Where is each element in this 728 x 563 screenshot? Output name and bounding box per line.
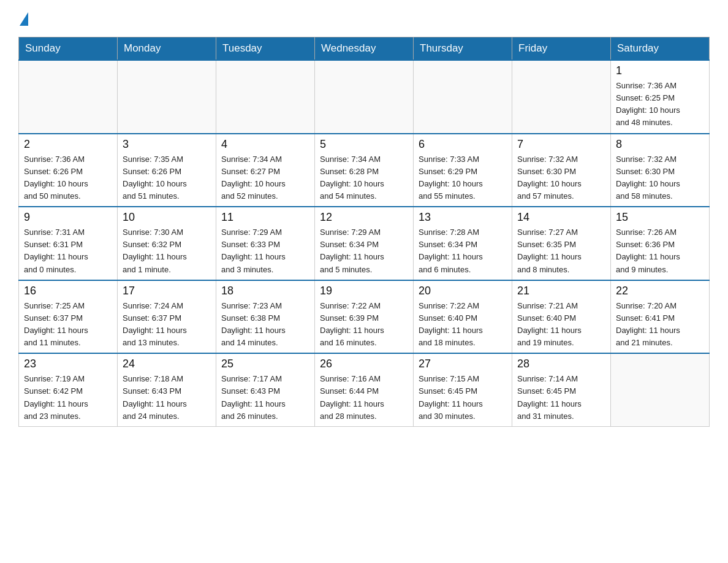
calendar-cell: 7Sunrise: 7:32 AM Sunset: 6:30 PM Daylig…	[512, 134, 611, 207]
day-info: Sunrise: 7:30 AM Sunset: 6:32 PM Dayligh…	[123, 226, 211, 276]
calendar-cell: 12Sunrise: 7:29 AM Sunset: 6:34 PM Dayli…	[315, 207, 414, 280]
day-info: Sunrise: 7:31 AM Sunset: 6:31 PM Dayligh…	[24, 226, 112, 276]
day-info: Sunrise: 7:21 AM Sunset: 6:40 PM Dayligh…	[517, 300, 605, 350]
day-number: 9	[24, 211, 112, 224]
week-row-3: 9Sunrise: 7:31 AM Sunset: 6:31 PM Daylig…	[19, 207, 710, 280]
calendar-cell: 1Sunrise: 7:36 AM Sunset: 6:25 PM Daylig…	[611, 60, 710, 134]
day-number: 12	[320, 211, 408, 224]
day-info: Sunrise: 7:34 AM Sunset: 6:28 PM Dayligh…	[320, 153, 408, 203]
calendar-cell: 5Sunrise: 7:34 AM Sunset: 6:28 PM Daylig…	[315, 134, 414, 207]
calendar-cell: 9Sunrise: 7:31 AM Sunset: 6:31 PM Daylig…	[19, 207, 118, 280]
calendar-cell: 4Sunrise: 7:34 AM Sunset: 6:27 PM Daylig…	[216, 134, 315, 207]
calendar-cell: 24Sunrise: 7:18 AM Sunset: 6:43 PM Dayli…	[118, 353, 216, 426]
weekday-header-thursday: Thursday	[414, 37, 512, 61]
weekday-header-sunday: Sunday	[19, 37, 118, 61]
day-info: Sunrise: 7:19 AM Sunset: 6:42 PM Dayligh…	[24, 373, 112, 423]
day-number: 5	[320, 138, 408, 151]
day-info: Sunrise: 7:27 AM Sunset: 6:35 PM Dayligh…	[517, 226, 605, 276]
weekday-header-wednesday: Wednesday	[315, 37, 414, 61]
week-row-4: 16Sunrise: 7:25 AM Sunset: 6:37 PM Dayli…	[19, 280, 710, 354]
calendar-cell: 22Sunrise: 7:20 AM Sunset: 6:41 PM Dayli…	[611, 280, 710, 354]
day-number: 15	[616, 211, 704, 224]
day-number: 11	[221, 211, 309, 224]
day-number: 28	[517, 358, 605, 370]
day-number: 1	[616, 64, 704, 77]
calendar-cell: 14Sunrise: 7:27 AM Sunset: 6:35 PM Dayli…	[512, 207, 611, 280]
day-info: Sunrise: 7:15 AM Sunset: 6:45 PM Dayligh…	[419, 373, 507, 423]
calendar-cell	[512, 60, 611, 134]
page-header	[18, 12, 710, 25]
weekday-header-saturday: Saturday	[611, 37, 710, 61]
day-info: Sunrise: 7:32 AM Sunset: 6:30 PM Dayligh…	[616, 153, 704, 203]
weekday-header-friday: Friday	[512, 37, 611, 61]
day-info: Sunrise: 7:17 AM Sunset: 6:43 PM Dayligh…	[221, 373, 309, 423]
calendar-cell: 27Sunrise: 7:15 AM Sunset: 6:45 PM Dayli…	[414, 353, 512, 426]
day-number: 10	[123, 211, 211, 224]
calendar-cell: 16Sunrise: 7:25 AM Sunset: 6:37 PM Dayli…	[19, 280, 118, 354]
calendar-cell: 15Sunrise: 7:26 AM Sunset: 6:36 PM Dayli…	[611, 207, 710, 280]
calendar-cell: 11Sunrise: 7:29 AM Sunset: 6:33 PM Dayli…	[216, 207, 315, 280]
calendar-cell: 10Sunrise: 7:30 AM Sunset: 6:32 PM Dayli…	[118, 207, 216, 280]
day-info: Sunrise: 7:22 AM Sunset: 6:40 PM Dayligh…	[419, 300, 507, 350]
calendar-cell: 20Sunrise: 7:22 AM Sunset: 6:40 PM Dayli…	[414, 280, 512, 354]
day-info: Sunrise: 7:28 AM Sunset: 6:34 PM Dayligh…	[419, 226, 507, 276]
day-info: Sunrise: 7:36 AM Sunset: 6:26 PM Dayligh…	[24, 153, 112, 203]
day-number: 2	[24, 138, 112, 151]
day-number: 4	[221, 138, 309, 151]
day-number: 23	[24, 358, 112, 370]
calendar-cell: 2Sunrise: 7:36 AM Sunset: 6:26 PM Daylig…	[19, 134, 118, 207]
week-row-2: 2Sunrise: 7:36 AM Sunset: 6:26 PM Daylig…	[19, 134, 710, 207]
day-number: 8	[616, 138, 704, 151]
calendar-cell: 23Sunrise: 7:19 AM Sunset: 6:42 PM Dayli…	[19, 353, 118, 426]
calendar-cell	[118, 60, 216, 134]
day-info: Sunrise: 7:34 AM Sunset: 6:27 PM Dayligh…	[221, 153, 309, 203]
calendar-cell: 8Sunrise: 7:32 AM Sunset: 6:30 PM Daylig…	[611, 134, 710, 207]
day-info: Sunrise: 7:33 AM Sunset: 6:29 PM Dayligh…	[419, 153, 507, 203]
day-info: Sunrise: 7:22 AM Sunset: 6:39 PM Dayligh…	[320, 300, 408, 350]
week-row-1: 1Sunrise: 7:36 AM Sunset: 6:25 PM Daylig…	[19, 60, 710, 134]
day-info: Sunrise: 7:24 AM Sunset: 6:37 PM Dayligh…	[123, 300, 211, 350]
day-number: 21	[517, 285, 605, 297]
week-row-5: 23Sunrise: 7:19 AM Sunset: 6:42 PM Dayli…	[19, 353, 710, 426]
calendar-cell: 26Sunrise: 7:16 AM Sunset: 6:44 PM Dayli…	[315, 353, 414, 426]
day-number: 25	[221, 358, 309, 370]
day-info: Sunrise: 7:14 AM Sunset: 6:45 PM Dayligh…	[517, 373, 605, 423]
day-number: 26	[320, 358, 408, 370]
calendar-cell: 6Sunrise: 7:33 AM Sunset: 6:29 PM Daylig…	[414, 134, 512, 207]
calendar-cell: 13Sunrise: 7:28 AM Sunset: 6:34 PM Dayli…	[414, 207, 512, 280]
weekday-header-monday: Monday	[118, 37, 216, 61]
day-info: Sunrise: 7:26 AM Sunset: 6:36 PM Dayligh…	[616, 226, 704, 276]
day-info: Sunrise: 7:18 AM Sunset: 6:43 PM Dayligh…	[123, 373, 211, 423]
calendar-cell: 3Sunrise: 7:35 AM Sunset: 6:26 PM Daylig…	[118, 134, 216, 207]
calendar-cell: 19Sunrise: 7:22 AM Sunset: 6:39 PM Dayli…	[315, 280, 414, 354]
calendar-cell	[611, 353, 710, 426]
calendar-cell	[414, 60, 512, 134]
day-info: Sunrise: 7:23 AM Sunset: 6:38 PM Dayligh…	[221, 300, 309, 350]
day-info: Sunrise: 7:16 AM Sunset: 6:44 PM Dayligh…	[320, 373, 408, 423]
day-number: 14	[517, 211, 605, 224]
day-number: 13	[419, 211, 507, 224]
calendar-cell: 18Sunrise: 7:23 AM Sunset: 6:38 PM Dayli…	[216, 280, 315, 354]
calendar-cell: 21Sunrise: 7:21 AM Sunset: 6:40 PM Dayli…	[512, 280, 611, 354]
day-info: Sunrise: 7:29 AM Sunset: 6:33 PM Dayligh…	[221, 226, 309, 276]
day-number: 18	[221, 285, 309, 297]
calendar-cell: 28Sunrise: 7:14 AM Sunset: 6:45 PM Dayli…	[512, 353, 611, 426]
calendar-header-row: SundayMondayTuesdayWednesdayThursdayFrid…	[19, 37, 710, 61]
day-number: 3	[123, 138, 211, 151]
calendar-cell: 17Sunrise: 7:24 AM Sunset: 6:37 PM Dayli…	[118, 280, 216, 354]
day-number: 27	[419, 358, 507, 370]
day-info: Sunrise: 7:20 AM Sunset: 6:41 PM Dayligh…	[616, 300, 704, 350]
day-number: 19	[320, 285, 408, 297]
calendar-table: SundayMondayTuesdayWednesdayThursdayFrid…	[18, 37, 710, 427]
calendar-cell	[315, 60, 414, 134]
day-info: Sunrise: 7:36 AM Sunset: 6:25 PM Dayligh…	[616, 80, 704, 129]
day-number: 20	[419, 285, 507, 297]
day-info: Sunrise: 7:29 AM Sunset: 6:34 PM Dayligh…	[320, 226, 408, 276]
day-number: 6	[419, 138, 507, 151]
calendar-cell	[19, 60, 118, 134]
logo	[18, 12, 28, 25]
day-number: 17	[123, 285, 211, 297]
day-number: 7	[517, 138, 605, 151]
day-number: 24	[123, 358, 211, 370]
weekday-header-tuesday: Tuesday	[216, 37, 315, 61]
